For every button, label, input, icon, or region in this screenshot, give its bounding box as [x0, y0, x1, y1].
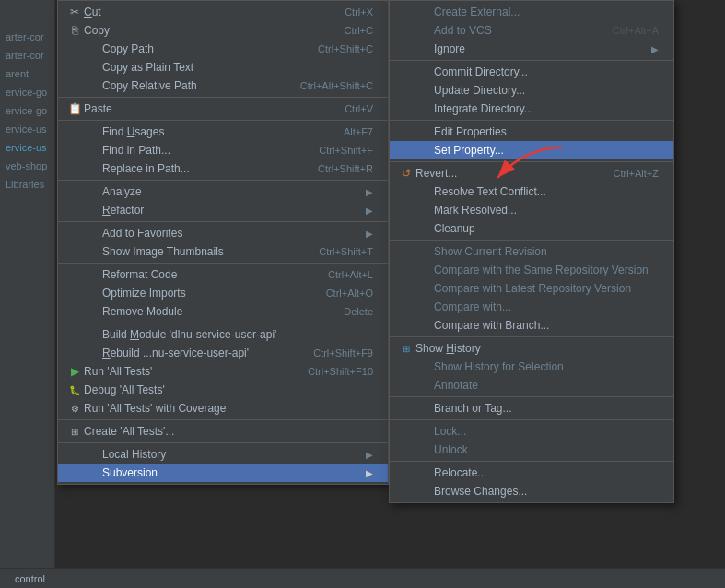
cut-label: Cut — [84, 6, 317, 18]
compare-with-menu-item[interactable]: Compare with... — [390, 298, 673, 316]
sidebar: arter-cor arter-cor arent ervice-go ervi… — [0, 0, 55, 588]
build-module-label: Build Module 'dlnu-service-user-api' — [102, 328, 373, 341]
replace-path-label: Replace in Path... — [102, 162, 290, 175]
cleanup-menu-item[interactable]: Cleanup — [390, 219, 673, 238]
add-vcs-menu-item[interactable]: Add to VCS Ctrl+Alt+A — [390, 21, 673, 40]
browse-changes-menu-item[interactable]: Browse Changes... — [390, 482, 673, 500]
remove-module-shortcut: Delete — [344, 306, 373, 317]
remove-module-menu-item[interactable]: Remove Module Delete — [58, 302, 388, 321]
replace-path-menu-item[interactable]: Replace in Path... Ctrl+Shift+R — [58, 159, 388, 178]
show-revision-label: Show Current Revision — [434, 245, 659, 258]
sidebar-item-6[interactable]: ervice-us — [0, 138, 54, 157]
separator-3 — [58, 180, 388, 181]
refactor-menu-item[interactable]: Refactor ▶ — [58, 201, 388, 219]
ignore-menu-item[interactable]: Ignore ▶ — [390, 40, 673, 58]
reformat-menu-item[interactable]: Reformat Code Ctrl+Alt+L — [58, 265, 388, 284]
set-property-label: Set Property... — [434, 144, 659, 157]
debug-tests-label: Debug 'All Tests' — [84, 383, 373, 396]
sub-separator-5 — [390, 336, 673, 337]
sub-separator-4 — [390, 240, 673, 241]
resolve-conflict-menu-item[interactable]: Resolve Text Conflict... — [390, 182, 673, 201]
annotate-label: Annotate — [434, 379, 659, 392]
bottom-tab-control[interactable]: control — [7, 573, 53, 584]
show-revision-menu-item[interactable]: Show Current Revision — [390, 242, 673, 261]
sidebar-item-4[interactable]: ervice-go — [0, 101, 54, 120]
sidebar-item-3[interactable]: ervice-go — [0, 83, 54, 101]
revert-menu-item[interactable]: ↺ Revert... Ctrl+Alt+Z — [390, 164, 673, 182]
run-tests-menu-item[interactable]: ▶ Run 'All Tests' Ctrl+Shift+F10 — [58, 362, 388, 381]
compare-same-menu-item[interactable]: Compare with the Same Repository Version — [390, 261, 673, 279]
build-module-menu-item[interactable]: Build Module 'dlnu-service-user-api' — [58, 325, 388, 344]
optimize-shortcut: Ctrl+Alt+O — [326, 288, 373, 299]
find-usages-menu-item[interactable]: Find Usages Alt+F7 — [58, 123, 388, 141]
commit-dir-menu-item[interactable]: Commit Directory... — [390, 63, 673, 81]
remove-module-label: Remove Module — [102, 305, 316, 318]
rebuild-module-shortcut: Ctrl+Shift+F9 — [313, 347, 373, 359]
sidebar-item-7[interactable]: veb-shop — [0, 157, 54, 175]
lock-label: Lock... — [434, 425, 659, 438]
revert-shortcut: Ctrl+Alt+Z — [613, 168, 659, 179]
history-icon: ⊞ — [397, 344, 415, 354]
sub-separator-1 — [390, 60, 673, 61]
paste-menu-item[interactable]: 📋 Paste Ctrl+V — [58, 100, 388, 118]
compare-branch-menu-item[interactable]: Compare with Branch... — [390, 316, 673, 335]
update-dir-menu-item[interactable]: Update Directory... — [390, 81, 673, 100]
edit-props-menu-item[interactable]: Edit Properties — [390, 123, 673, 141]
run-coverage-menu-item[interactable]: ⚙ Run 'All Tests' with Coverage — [58, 399, 388, 417]
branch-tag-label: Branch or Tag... — [434, 402, 659, 415]
run-tests-label: Run 'All Tests' — [84, 365, 280, 378]
cut-menu-item[interactable]: ✂ Cut Ctrl+X — [58, 3, 388, 21]
sidebar-item-1[interactable]: arter-cor — [0, 46, 54, 65]
sidebar-item-5[interactable]: ervice-us — [0, 120, 54, 138]
revert-label: Revert... — [415, 167, 585, 180]
image-thumbnails-menu-item[interactable]: Show Image Thumbnails Ctrl+Shift+T — [58, 242, 388, 261]
compare-latest-menu-item[interactable]: Compare with Latest Repository Version — [390, 279, 673, 298]
copy-menu-item[interactable]: ⎘ Copy Ctrl+C — [58, 21, 388, 40]
subversion-arrow: ▶ — [366, 468, 373, 478]
revert-icon: ↺ — [397, 167, 415, 180]
copy-relative-label: Copy Relative Path — [102, 79, 273, 92]
rebuild-module-menu-item[interactable]: Rebuild ...nu-service-user-api' Ctrl+Shi… — [58, 344, 388, 362]
set-property-menu-item[interactable]: Set Property... — [390, 141, 673, 159]
mark-resolved-label: Mark Resolved... — [434, 204, 659, 217]
find-path-menu-item[interactable]: Find in Path... Ctrl+Shift+F — [58, 141, 388, 159]
show-history-menu-item[interactable]: ⊞ Show History — [390, 339, 673, 358]
integrate-dir-menu-item[interactable]: Integrate Directory... — [390, 100, 673, 118]
scissors-icon: ✂ — [65, 6, 84, 18]
analyze-menu-item[interactable]: Analyze ▶ — [58, 182, 388, 201]
main-context-menu: ✂ Cut Ctrl+X ⎘ Copy Ctrl+C Copy Path Ctr… — [57, 0, 389, 485]
copy-plain-menu-item[interactable]: Copy as Plain Text — [58, 58, 388, 76]
mark-resolved-menu-item[interactable]: Mark Resolved... — [390, 201, 673, 219]
create-external-menu-item[interactable]: Create External... — [390, 3, 673, 21]
local-history-arrow: ▶ — [366, 450, 373, 460]
unlock-menu-item[interactable]: Unlock — [390, 441, 673, 459]
subversion-menu-item[interactable]: Subversion ▶ — [58, 464, 388, 482]
branch-tag-menu-item[interactable]: Branch or Tag... — [390, 399, 673, 417]
sidebar-item-2[interactable]: arent — [0, 65, 54, 83]
show-history-sel-menu-item[interactable]: Show History for Selection — [390, 358, 673, 376]
show-history-sel-label: Show History for Selection — [434, 360, 659, 373]
create-tests-label: Create 'All Tests'... — [84, 425, 373, 438]
paste-shortcut: Ctrl+V — [345, 103, 373, 114]
analyze-arrow: ▶ — [366, 187, 373, 197]
sub-separator-2 — [390, 120, 673, 121]
sidebar-item-8[interactable]: Libraries — [0, 175, 54, 194]
lock-menu-item[interactable]: Lock... — [390, 422, 673, 441]
debug-tests-menu-item[interactable]: 🐛 Debug 'All Tests' — [58, 381, 388, 399]
ignore-label: Ignore — [434, 42, 644, 55]
favorites-menu-item[interactable]: Add to Favorites ▶ — [58, 224, 388, 242]
copy-relative-menu-item[interactable]: Copy Relative Path Ctrl+Alt+Shift+C — [58, 76, 388, 95]
copy-path-menu-item[interactable]: Copy Path Ctrl+Shift+C — [58, 40, 388, 58]
create-tests-menu-item[interactable]: ⊞ Create 'All Tests'... — [58, 422, 388, 441]
add-vcs-label: Add to VCS — [434, 24, 585, 37]
annotate-menu-item[interactable]: Annotate — [390, 376, 673, 394]
sidebar-item-0[interactable]: arter-cor — [0, 28, 54, 46]
unlock-label: Unlock — [434, 443, 659, 456]
relocate-menu-item[interactable]: Relocate... — [390, 464, 673, 482]
local-history-menu-item[interactable]: Local History ▶ — [58, 445, 388, 464]
sub-separator-7 — [390, 419, 673, 420]
local-history-label: Local History — [102, 448, 358, 461]
create-tests-icon: ⊞ — [65, 427, 84, 437]
copy-icon: ⎘ — [65, 24, 84, 37]
optimize-menu-item[interactable]: Optimize Imports Ctrl+Alt+O — [58, 284, 388, 302]
